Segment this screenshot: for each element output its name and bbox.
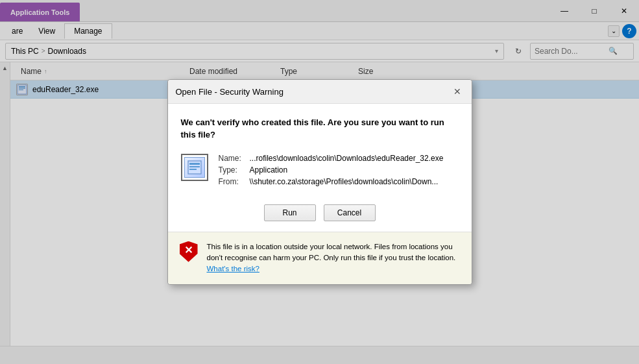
cancel-button[interactable]: Cancel — [324, 204, 376, 221]
dialog-title: Open File - Security Warning — [176, 87, 283, 97]
svg-rect-5 — [189, 163, 200, 165]
whats-the-risk-link[interactable]: What's the risk? — [207, 265, 259, 273]
name-value: ...rofiles\downloads\colin\Downloads\edu… — [250, 154, 444, 163]
dialog-file-icon — [181, 154, 208, 181]
from-label: From: — [219, 177, 245, 186]
dialog-body: We can't verify who created this file. A… — [168, 104, 472, 231]
dialog-warning-text: We can't verify who created this file. A… — [181, 117, 459, 140]
type-label: Type: — [219, 165, 245, 175]
file-detail-type-row: Type: Application — [219, 165, 444, 175]
file-detail-from-row: From: \\shuter.co.za\storage\Profiles\do… — [219, 177, 444, 186]
file-details: Name: ...rofiles\downloads\colin\Downloa… — [219, 154, 444, 186]
type-value: Application — [250, 165, 288, 175]
from-value: \\shuter.co.za\storage\Profiles\download… — [250, 177, 439, 186]
modal-overlay: Open File - Security Warning ✕ We can't … — [0, 0, 639, 364]
file-detail-name-row: Name: ...rofiles\downloads\colin\Downloa… — [219, 154, 444, 163]
dialog-buttons: Run Cancel — [181, 199, 459, 221]
warning-shield-icon: ✕ — [178, 241, 199, 262]
svg-rect-6 — [189, 166, 200, 167]
footer-text: This file is in a location outside your … — [207, 241, 461, 275]
dialog-file-info: Name: ...rofiles\downloads\colin\Downloa… — [181, 154, 459, 186]
dialog-titlebar: Open File - Security Warning ✕ — [168, 80, 472, 104]
dialog-footer: ✕ This file is in a location outside you… — [168, 232, 472, 284]
name-label: Name: — [219, 154, 245, 163]
security-warning-dialog: Open File - Security Warning ✕ We can't … — [167, 79, 472, 284]
run-button[interactable]: Run — [264, 204, 316, 221]
svg-rect-7 — [189, 169, 197, 170]
dialog-close-button[interactable]: ✕ — [451, 85, 464, 98]
